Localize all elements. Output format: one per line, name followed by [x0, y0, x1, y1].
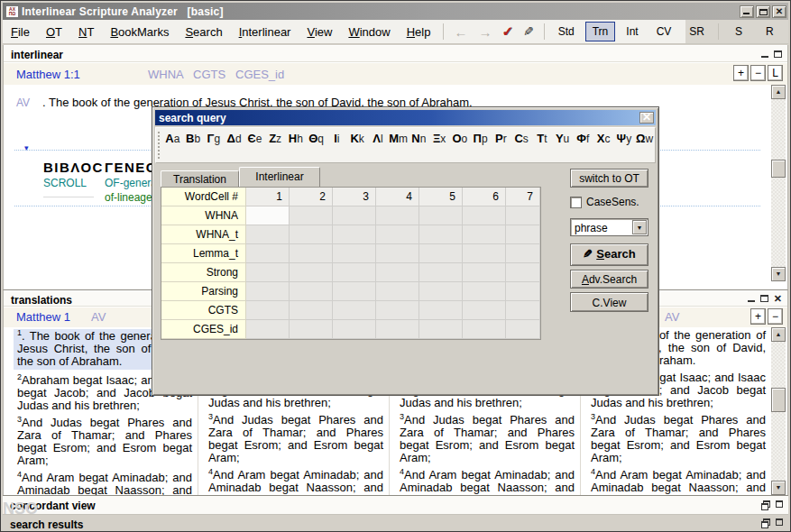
query-cell[interactable]: [290, 263, 333, 282]
greek-key-z[interactable]: Ζz: [265, 128, 286, 162]
query-cell[interactable]: [333, 206, 376, 225]
zoom-out-button[interactable]: −: [750, 65, 766, 81]
switch-to-ot-button[interactable]: switch to OT: [570, 169, 648, 188]
greek-key-g[interactable]: Γg: [204, 128, 225, 162]
panel-minimize-icon[interactable]: [748, 300, 755, 302]
add-translation-button[interactable]: +: [750, 308, 766, 325]
greek-key-p[interactable]: Πp: [470, 128, 491, 162]
scroll-up-icon[interactable]: ▲: [771, 327, 786, 342]
query-cell[interactable]: [333, 301, 376, 320]
query-cell[interactable]: [290, 244, 333, 263]
remove-translation-button[interactable]: −: [768, 308, 783, 325]
scroll-down-icon[interactable]: ▼: [771, 267, 786, 281]
query-cell[interactable]: [376, 263, 419, 282]
greek-key-s[interactable]: Ϲs: [511, 128, 532, 162]
scrollbar-thumb[interactable]: [771, 160, 786, 178]
maximize-button[interactable]: [756, 5, 770, 18]
query-cell[interactable]: [376, 282, 419, 301]
query-cell[interactable]: [463, 206, 506, 225]
query-cell[interactable]: [246, 320, 290, 339]
query-cell[interactable]: [463, 282, 506, 301]
menu-interlinear[interactable]: Interlinear: [231, 21, 299, 43]
interlinear-scrollbar[interactable]: ▲ ▼: [771, 85, 786, 281]
query-cell[interactable]: [333, 320, 376, 339]
chevron-down-icon[interactable]: ▼: [632, 220, 647, 234]
close-button[interactable]: ✕: [772, 5, 786, 18]
menu-nt[interactable]: NT: [70, 21, 102, 43]
menu-help[interactable]: Help: [399, 21, 439, 43]
query-cell[interactable]: [333, 263, 376, 282]
query-cell[interactable]: [463, 244, 506, 263]
scroll-down-icon[interactable]: ▼: [771, 481, 786, 495]
greek-key-i[interactable]: Ιi: [327, 128, 347, 162]
query-cell[interactable]: [419, 225, 463, 244]
greek-key-r[interactable]: Ρr: [491, 128, 511, 162]
menu-bookmarks[interactable]: BookMarks: [102, 21, 177, 43]
greek-key-a[interactable]: Αa: [162, 128, 183, 162]
tab-translation[interactable]: Translation: [161, 170, 239, 187]
query-cell[interactable]: [376, 244, 419, 263]
verify-icon[interactable]: ✓: [497, 23, 518, 40]
restore-pane-icon[interactable]: [761, 500, 769, 508]
query-cell[interactable]: [290, 301, 333, 320]
layout-button[interactable]: L: [768, 65, 783, 81]
query-cell[interactable]: [246, 263, 290, 282]
query-cell[interactable]: [463, 225, 506, 244]
scrollbar-thumb[interactable]: [771, 388, 786, 412]
query-cell[interactable]: [376, 225, 419, 244]
dialog-close-icon[interactable]: ✕: [639, 112, 654, 124]
greek-key-l[interactable]: Λl: [368, 128, 389, 162]
greek-key-e[interactable]: Єe: [244, 128, 265, 162]
back-icon[interactable]: ←: [448, 24, 473, 40]
query-cell[interactable]: [376, 320, 419, 339]
query-cell[interactable]: [506, 301, 540, 320]
column-label-cgts[interactable]: CGTS: [193, 68, 225, 81]
greek-key-t[interactable]: Τt: [532, 128, 553, 162]
verse-3[interactable]: 3And Judas begat Phares and Zara of Tham…: [208, 414, 383, 464]
greek-key-u[interactable]: Υu: [552, 128, 573, 162]
menu-view[interactable]: View: [299, 21, 340, 43]
translation-version-4[interactable]: AV: [665, 310, 679, 324]
view-button-std[interactable]: Std: [551, 22, 582, 41]
match-mode-select[interactable]: phrase ▼: [570, 218, 648, 236]
translations-reference[interactable]: Matthew 1: [16, 310, 70, 324]
toolbar-gripper[interactable]: [158, 132, 161, 159]
mode-button-s[interactable]: S: [725, 23, 752, 41]
query-cell[interactable]: [463, 320, 506, 339]
column-label-whna[interactable]: WHNA: [148, 68, 184, 81]
column-label-cges[interactable]: CGES_id: [235, 68, 284, 81]
pen-icon[interactable]: ✎: [518, 24, 539, 39]
query-cell[interactable]: [246, 301, 290, 320]
query-cell[interactable]: [506, 263, 540, 282]
query-cell[interactable]: [506, 244, 540, 263]
verse-3[interactable]: 3And Judas begat Phares and Zara of Tham…: [400, 414, 575, 464]
menu-ot[interactable]: OT: [38, 21, 70, 43]
greek-key-q[interactable]: Θq: [306, 128, 327, 162]
greek-key-n[interactable]: Νn: [409, 128, 429, 162]
verse-3[interactable]: 3And Judas begat Phares and Zara of Tham…: [591, 414, 766, 464]
maximize-pane-icon[interactable]: [776, 518, 783, 526]
tab-interlinear[interactable]: Interlinear: [239, 167, 320, 187]
restore-pane-icon[interactable]: [761, 518, 769, 526]
zoom-in-button[interactable]: +: [733, 65, 749, 81]
query-cell[interactable]: [290, 206, 333, 225]
adv-search-button[interactable]: Adv.Search: [570, 270, 648, 289]
query-cell[interactable]: [419, 320, 463, 339]
query-cell[interactable]: [246, 282, 290, 301]
greek-key-y[interactable]: Ψy: [614, 128, 635, 162]
query-cell[interactable]: [376, 206, 419, 225]
greek-key-b[interactable]: Βb: [183, 128, 204, 162]
query-cell[interactable]: [246, 244, 290, 263]
query-cell[interactable]: [419, 244, 463, 263]
search-button[interactable]: ✎Search: [570, 243, 648, 266]
greek-key-f[interactable]: Φf: [573, 128, 593, 162]
menu-search[interactable]: Search: [177, 21, 230, 43]
panel-minimize-icon[interactable]: [761, 56, 768, 58]
query-cell[interactable]: [419, 263, 463, 282]
verse-3[interactable]: 3And Judas begat Phares and Zara of Tham…: [17, 417, 192, 467]
greek-word-1[interactable]: ΒΙΒΛΟϹ: [43, 160, 104, 175]
query-cell[interactable]: [506, 282, 540, 301]
translations-scrollbar[interactable]: ▲ ▼: [771, 327, 786, 495]
greek-key-o[interactable]: Οo: [450, 128, 471, 162]
greek-key-k[interactable]: Κk: [347, 128, 368, 162]
